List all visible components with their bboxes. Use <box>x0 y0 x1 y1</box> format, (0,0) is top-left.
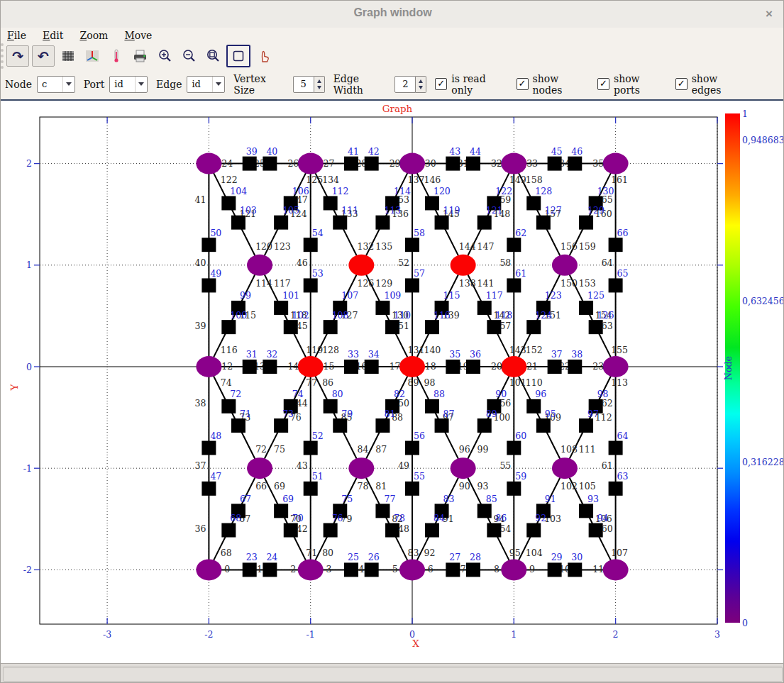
graph-port[interactable] <box>274 216 288 230</box>
graph-port[interactable] <box>221 196 236 210</box>
graph-port[interactable] <box>579 301 593 315</box>
zoom-in-button[interactable] <box>154 46 175 66</box>
select-region-button[interactable] <box>226 45 250 67</box>
graph-node[interactable] <box>501 356 526 377</box>
graph-port[interactable] <box>425 320 439 334</box>
graph-node[interactable] <box>399 356 425 377</box>
pan-hand-button[interactable] <box>253 46 275 66</box>
graph-node[interactable] <box>399 153 425 174</box>
graph-port[interactable] <box>435 216 449 230</box>
graph-port[interactable] <box>304 238 318 252</box>
graph-port[interactable] <box>548 157 562 171</box>
graph-port[interactable] <box>507 441 521 455</box>
graph-port[interactable] <box>324 320 338 334</box>
graph-port[interactable] <box>579 216 593 230</box>
graph-port[interactable] <box>579 504 593 518</box>
graph-edge[interactable] <box>311 367 362 468</box>
graph-port[interactable] <box>243 360 257 374</box>
title-bar[interactable]: Graph window × <box>1 1 784 28</box>
graph-port[interactable] <box>201 238 216 252</box>
graph-node[interactable] <box>603 153 629 174</box>
show-ports-checkbox[interactable]: ✓ <box>597 78 609 90</box>
graph-node[interactable] <box>247 457 272 479</box>
graph-port[interactable] <box>324 196 338 210</box>
graph-port[interactable] <box>425 523 439 538</box>
graph-port[interactable] <box>548 562 562 577</box>
graph-port[interactable] <box>435 418 449 433</box>
graph-port[interactable] <box>375 504 390 518</box>
graph-edge[interactable] <box>412 367 463 468</box>
graph-port[interactable] <box>324 523 338 538</box>
graph-port[interactable] <box>405 238 419 252</box>
graph-port[interactable] <box>446 157 460 171</box>
graph-port[interactable] <box>609 441 623 455</box>
graph-port[interactable] <box>526 320 541 334</box>
graph-port[interactable] <box>507 238 521 252</box>
graph-port[interactable] <box>536 216 551 230</box>
print-button[interactable] <box>130 46 151 66</box>
graph-port[interactable] <box>284 523 298 538</box>
graph-port[interactable] <box>385 320 399 334</box>
graph-node[interactable] <box>247 255 272 276</box>
close-icon[interactable]: × <box>762 7 776 21</box>
graph-port[interactable] <box>609 482 623 496</box>
graph-port[interactable] <box>344 157 358 171</box>
zoom-out-button[interactable] <box>178 46 199 66</box>
graph-port[interactable] <box>568 157 582 171</box>
graph-port[interactable] <box>333 216 347 230</box>
graph-port[interactable] <box>274 418 288 433</box>
edge-combobox[interactable]: id <box>187 76 225 93</box>
graph-port[interactable] <box>231 418 245 433</box>
graph-port[interactable] <box>477 504 492 518</box>
zoom-region-button[interactable] <box>202 46 223 66</box>
graph-port[interactable] <box>304 482 318 496</box>
graph-port[interactable] <box>477 418 492 433</box>
thermometer-button[interactable] <box>106 46 127 66</box>
graph-port[interactable] <box>568 562 582 577</box>
graph-port[interactable] <box>304 441 318 455</box>
graph-port[interactable] <box>231 216 245 230</box>
graph-port[interactable] <box>526 523 541 538</box>
graph-port[interactable] <box>609 278 623 292</box>
graph-port[interactable] <box>243 157 257 171</box>
menu-file[interactable]: File <box>7 28 26 43</box>
graph-port[interactable] <box>274 301 288 315</box>
graph-node[interactable] <box>196 559 221 580</box>
graph-node[interactable] <box>501 153 526 174</box>
graph-node[interactable] <box>552 255 578 276</box>
graph-port[interactable] <box>548 360 562 374</box>
graph-port[interactable] <box>526 196 541 210</box>
graph-port[interactable] <box>477 216 492 230</box>
graph-port[interactable] <box>365 360 379 374</box>
graph-node[interactable] <box>451 457 476 479</box>
graph-port[interactable] <box>568 360 582 374</box>
graph-port[interactable] <box>536 418 551 433</box>
graph-port[interactable] <box>425 196 439 210</box>
graph-port[interactable] <box>609 238 623 252</box>
graph-port[interactable] <box>425 399 439 413</box>
graph-port[interactable] <box>507 482 521 496</box>
graph-port[interactable] <box>405 278 419 292</box>
graph-port[interactable] <box>201 482 216 496</box>
graph-edge[interactable] <box>209 367 260 468</box>
graph-port[interactable] <box>344 562 358 577</box>
menu-zoom[interactable]: Zoom <box>79 28 108 43</box>
show-edges-checkbox[interactable]: ✓ <box>675 78 688 90</box>
graph-port[interactable] <box>263 562 277 577</box>
vertex-size-stepper[interactable]: 5 <box>293 76 325 93</box>
graph-port[interactable] <box>526 399 541 413</box>
graph-port[interactable] <box>221 399 236 413</box>
graph-port[interactable] <box>274 504 288 518</box>
axes-button[interactable] <box>82 46 103 66</box>
port-combobox[interactable]: id <box>109 76 148 93</box>
graph-port[interactable] <box>365 157 379 171</box>
graph-node[interactable] <box>298 559 324 580</box>
graph-node[interactable] <box>196 153 221 174</box>
graph-port[interactable] <box>375 216 390 230</box>
graph-port[interactable] <box>446 360 460 374</box>
graph-port[interactable] <box>365 562 379 577</box>
graph-port[interactable] <box>589 523 603 538</box>
graph-node[interactable] <box>603 559 629 580</box>
graph-port[interactable] <box>446 562 460 577</box>
graph-port[interactable] <box>375 418 390 433</box>
